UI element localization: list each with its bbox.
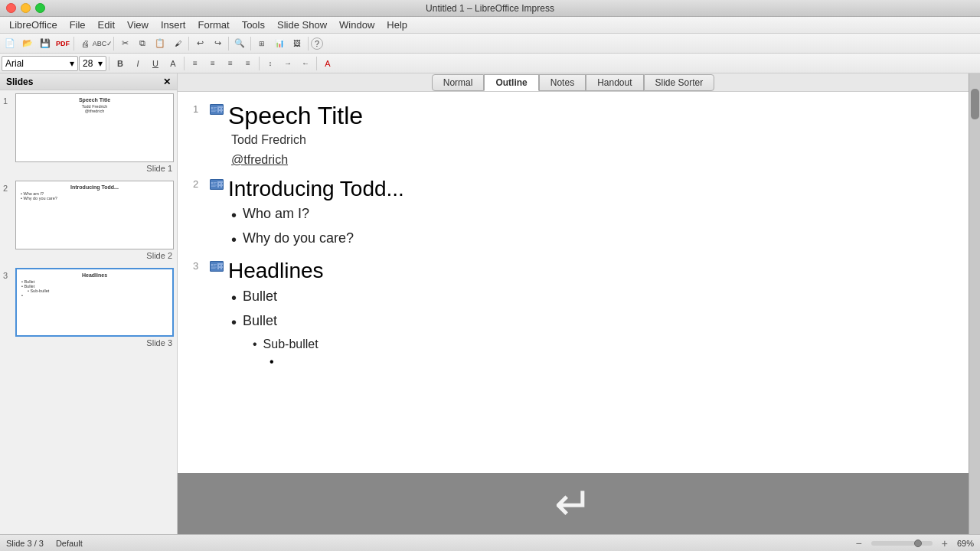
justify-button[interactable]: ≡ — [240, 55, 256, 72]
outline-bullet-2-0[interactable]: • Who am I? — [231, 203, 953, 227]
zoom-slider[interactable] — [871, 541, 933, 546]
bullet-dot: • — [231, 310, 237, 334]
slide-item-2[interactable]: 2 Introducing Todd... • Who am I? • Why … — [3, 181, 174, 262]
sep-fmt-1 — [109, 57, 109, 70]
outline-sub-bullet-3-0[interactable]: • Sub-bullet — [231, 334, 953, 354]
tab-outline[interactable]: Outline — [484, 74, 538, 91]
shadow-button[interactable]: A — [165, 55, 181, 72]
tab-handout[interactable]: Handout — [586, 74, 643, 91]
sub-bullet-dot: • — [253, 334, 257, 354]
help-button[interactable]: ? — [311, 37, 323, 50]
svg-rect-11 — [214, 264, 217, 265]
slide-thumbnail-3[interactable]: Headlines • Bullet • Bullet • Sub-bullet… — [15, 268, 174, 337]
menu-edit[interactable]: Edit — [92, 17, 121, 33]
separator-4 — [228, 37, 229, 51]
slide-1-sub2: @tfredrich — [21, 109, 168, 113]
align-right-button[interactable]: ≡ — [222, 55, 239, 72]
line-spacing-button[interactable]: ↕ — [262, 55, 279, 72]
outline-bullet-3-1[interactable]: • Bullet — [231, 310, 953, 334]
open-button[interactable]: 📂 — [19, 35, 36, 52]
separator-5 — [250, 37, 251, 51]
insert-image-button[interactable]: 🖼 — [289, 35, 305, 52]
zoom-minus-icon[interactable]: − — [856, 537, 862, 549]
slide-item-1[interactable]: 1 Speech Title Todd Fredrich @tfredrich … — [3, 93, 174, 174]
spell-check-button[interactable]: ABC✓ — [94, 35, 111, 52]
redo-button[interactable]: ↪ — [209, 35, 226, 52]
clone-formatting-button[interactable]: 🖌 — [169, 35, 186, 52]
outline-subtitle-1b[interactable]: @tfredrich — [193, 150, 953, 170]
font-selector[interactable]: Arial ▾ — [2, 56, 78, 71]
outline-empty-bullet[interactable]: • — [231, 354, 953, 370]
bold-button[interactable]: B — [112, 55, 129, 72]
undo-button[interactable]: ↩ — [191, 35, 208, 52]
separator-3 — [188, 37, 189, 51]
close-button[interactable] — [6, 3, 16, 13]
align-center-button[interactable]: ≡ — [204, 55, 221, 72]
menu-insert[interactable]: Insert — [155, 17, 192, 33]
font-name: Arial — [5, 58, 24, 69]
insert-table-button[interactable]: ⊞ — [253, 35, 270, 52]
tab-normal[interactable]: Normal — [432, 74, 485, 91]
outline-slide-num-2: 2 — [193, 176, 205, 190]
zoom-plus-icon[interactable]: + — [942, 537, 948, 549]
scrollbar-thumb[interactable] — [971, 89, 979, 119]
save-button[interactable]: 💾 — [37, 35, 54, 52]
align-left-button[interactable]: ≡ — [187, 55, 204, 72]
menu-libreoffice[interactable]: LibreOffice — [3, 17, 64, 33]
menu-tools[interactable]: Tools — [236, 17, 271, 33]
slide-3-title: Headlines — [21, 272, 168, 278]
menu-slideshow[interactable]: Slide Show — [271, 17, 333, 33]
slides-panel-close-icon[interactable]: ✕ — [163, 77, 171, 87]
slide-thumbnail-1[interactable]: Speech Title Todd Fredrich @tfredrich — [15, 93, 174, 162]
new-button[interactable]: 📄 — [2, 35, 18, 52]
svg-rect-4 — [211, 111, 216, 112]
tab-notes[interactable]: Notes — [539, 74, 586, 91]
minimize-button[interactable] — [21, 3, 31, 13]
statusbar: Slide 3 / 3 Default − + 69% — [0, 534, 980, 551]
menu-file[interactable]: File — [64, 17, 92, 33]
print-button[interactable]: 🖨 — [77, 35, 93, 52]
font-size-selector[interactable]: 28 ▾ — [79, 56, 106, 71]
outline-bullet-2-1[interactable]: • Why do you care? — [231, 227, 953, 252]
outline-slide-2-header: 2 Introducing Todd... — [193, 176, 953, 202]
outline-title-3[interactable]: Headlines — [228, 258, 324, 284]
menu-format[interactable]: Format — [191, 17, 235, 33]
menu-help[interactable]: Help — [381, 17, 413, 33]
slide-2-bullet2: • Why do you care? — [21, 196, 168, 201]
outline-bullet-3-0[interactable]: • Bullet — [231, 285, 953, 310]
status-right: − + 69% — [856, 537, 974, 549]
font-dropdown-icon: ▾ — [70, 58, 74, 69]
outline-bullets-3: • Bullet • Bullet • Sub-bullet • — [193, 285, 953, 371]
outline-area[interactable]: 1 Speech Title — [178, 92, 969, 473]
slides-list: 1 Speech Title Todd Fredrich @tfredrich … — [0, 90, 177, 534]
menu-view[interactable]: View — [121, 17, 155, 33]
insert-chart-button[interactable]: 📊 — [271, 35, 288, 52]
slide-item-3[interactable]: 3 Headlines • Bullet • Bullet • Sub-bull… — [3, 268, 174, 349]
zoom-thumb[interactable] — [914, 540, 922, 547]
vertical-scrollbar[interactable] — [969, 73, 980, 534]
paste-button[interactable]: 📋 — [152, 35, 168, 52]
decrease-indent-button[interactable]: ← — [297, 55, 314, 72]
menu-window[interactable]: Window — [333, 17, 381, 33]
cut-button[interactable]: ✂ — [116, 35, 133, 52]
italic-button[interactable]: I — [129, 55, 146, 72]
increase-indent-button[interactable]: → — [279, 55, 296, 72]
maximize-button[interactable] — [35, 3, 45, 13]
outline-subtitle-1a[interactable]: Todd Fredrich — [193, 130, 953, 150]
export-pdf-button[interactable]: PDF — [54, 35, 71, 52]
outline-title-1[interactable]: Speech Title — [228, 101, 363, 130]
copy-button[interactable]: ⧉ — [134, 35, 151, 52]
svg-rect-5 — [211, 182, 213, 184]
outline-title-2[interactable]: Introducing Todd... — [228, 176, 404, 202]
svg-rect-1 — [214, 107, 217, 108]
status-left: Slide 3 / 3 Default — [6, 539, 83, 548]
slide-number-1: 1 — [3, 93, 12, 106]
slide-label-2: Slide 2 — [146, 249, 172, 262]
tab-slide-sorter[interactable]: Slide Sorter — [644, 74, 715, 91]
outline-slide-1: 1 Speech Title — [193, 101, 953, 170]
font-color-button[interactable]: A — [319, 55, 336, 72]
slide-thumbnail-2[interactable]: Introducing Todd... • Who am I? • Why do… — [15, 181, 174, 249]
underline-button[interactable]: U — [147, 55, 164, 72]
slide-2-title: Introducing Todd... — [21, 184, 168, 190]
find-button[interactable]: 🔍 — [231, 35, 248, 52]
